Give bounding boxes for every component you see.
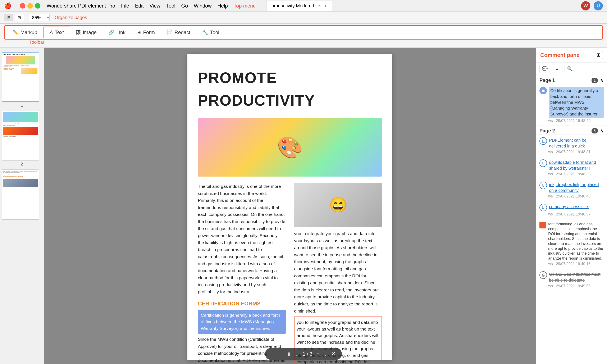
menu-top[interactable]: Top menu (234, 3, 256, 9)
hero-image: 🎨 (198, 118, 382, 177)
minimize-button[interactable] (27, 3, 33, 9)
comment-section-page2: Page 2 8 ∧ (536, 126, 607, 135)
prev-page-btn[interactable]: ↓ (296, 351, 298, 357)
right-column: 😄 you to integrate your graphs and data … (294, 183, 382, 364)
title-bar: 🍎 Wondershare PDFelement Pro File Edit V… (0, 0, 607, 12)
left-column: The oil and gas industry is one of the m… (198, 183, 286, 364)
pdf-area[interactable]: PROMOTE PRODUCTIVITY 🎨 The oil and gas i… (44, 48, 536, 364)
comment-item-p2-4: U company access site. ws 29/07/2021 19:… (536, 201, 607, 219)
page-separator: / (307, 351, 310, 357)
comment-avatar-p2-3: U (540, 182, 547, 189)
menu-go[interactable]: Go (181, 3, 188, 9)
link-btn[interactable]: 🔗 Link (103, 27, 131, 38)
page2-expand[interactable]: ∧ (600, 128, 604, 134)
current-page: 1 (303, 351, 305, 357)
intro-text: The oil and gas industry is one of the m… (198, 183, 286, 295)
page1-expand[interactable]: ∧ (600, 78, 604, 83)
form-btn[interactable]: ⊞ Form (131, 27, 161, 38)
comment-item-p2-2: U downloadable format and shared by wetr… (536, 157, 607, 179)
comment-meta-p2-4: ws 29/07/2021 19:48:57 (540, 212, 604, 217)
page-indicator: 1 / 3 (303, 351, 312, 357)
organize-pages-label: Organize pages (55, 15, 87, 20)
comment-tool-list[interactable]: ≡ (552, 65, 562, 73)
zoom-out-btn[interactable]: − (279, 351, 282, 357)
grid-view-btn[interactable]: ⊞ (4, 14, 13, 21)
page2-label: Page 2 (540, 128, 555, 134)
thumbnail-page-2[interactable]: Lorem ipsum body text continues here wit… (2, 111, 42, 167)
left-sidebar: PROMOTE PRODUCTIVITY The oil and gas ind… (0, 48, 44, 364)
comment-tool-bubble[interactable]: 💬 (540, 65, 550, 73)
comment-avatar-p2-6: S (540, 271, 547, 279)
comment-avatar-p2-2: U (540, 159, 547, 167)
zoom-select[interactable]: 85% 100% 125% (29, 14, 50, 21)
menu-view[interactable]: View (150, 3, 160, 9)
thumb-img-1: PROMOTE PRODUCTIVITY The oil and gas ind… (2, 52, 39, 102)
menu-app[interactable]: Wondershare PDFelement Pro (47, 3, 115, 9)
menu-file[interactable]: File (121, 3, 129, 9)
text-icon: A (49, 29, 53, 35)
organize-label-sidebar (0, 48, 44, 50)
cert-title: CERTIFICATION FORMS (198, 299, 286, 308)
tab-add-btn[interactable]: + (324, 3, 327, 9)
comment-pane-header: Comment pane ⊞ (536, 48, 607, 63)
image-icon: 🖼 (76, 29, 81, 35)
text-btn[interactable]: A Text (43, 26, 70, 38)
comment-meta-p2-5: ws 29/07/2021 19:49:16 (540, 262, 604, 266)
page1-count: 1 (592, 78, 598, 83)
apple-icon: 🍎 (4, 2, 12, 9)
split-view-btn[interactable]: ⊟ (15, 14, 24, 21)
redact-btn[interactable]: 📄 Redact (161, 27, 196, 38)
next-page-btn[interactable]: ↑ (317, 351, 320, 357)
thumbnail-page-3[interactable]: Allows the company to access information… (2, 169, 42, 220)
doc-tab-title: productivity Modern Life (271, 3, 321, 9)
pdf-toolbar: ✏️ Markup A Text 🖼 Image 🔗 Link ⊞ Form 📄 (4, 25, 603, 39)
comment-item-p2-6: S Oil and Gas industries must be able to… (536, 269, 607, 291)
traffic-lights (20, 3, 40, 9)
first-page-btn[interactable]: ⇧ (286, 351, 291, 357)
menu-bar: Wondershare PDFelement Pro File Edit Vie… (47, 3, 256, 9)
thumb-img-2: Lorem ipsum body text continues here wit… (2, 111, 39, 161)
close-button[interactable] (20, 3, 25, 9)
page1-label: Page 1 (540, 78, 555, 83)
comment-pane-close-btn[interactable]: ⊞ (594, 51, 603, 59)
comment-toolbar: 💬 ≡ 🔍 (536, 63, 607, 75)
comment-text-p2-1: PDFElement can be delivered in a quick (549, 137, 604, 149)
comment-pane-title: Comment pane (540, 52, 580, 58)
user-avatar-red[interactable]: W (581, 1, 590, 11)
redact-icon: 📄 (167, 29, 173, 35)
cert-highlight: Certification is generally a back and fo… (198, 310, 286, 334)
last-page-btn[interactable]: ↓ (324, 351, 327, 357)
image-btn[interactable]: 🖼 Image (70, 27, 103, 38)
form-label: Form (143, 29, 155, 35)
comment-header-p1-1: ◼ Certification is generally a back and … (540, 87, 604, 118)
main-content: The oil and gas industry is one of the m… (198, 183, 382, 364)
top-area: ⊞ ⊟ 85% 100% 125% Organize pages ✏️ Mark… (0, 12, 607, 48)
maximize-button[interactable] (35, 3, 40, 9)
markup-btn[interactable]: ✏️ Markup (7, 27, 43, 38)
menu-window[interactable]: Window (194, 3, 211, 9)
form-icon: ⊞ (137, 29, 142, 35)
zoom-in-btn[interactable]: + (271, 351, 275, 357)
comment-text-p2-5: font formatting, oil and gas companies c… (548, 222, 604, 261)
close-bar-btn[interactable]: ✕ (331, 351, 336, 357)
pdf-bottom-bar: + − ⇧ ↓ 1 / 3 ↑ ↓ ✕ (265, 348, 342, 360)
person-image: 😄 (294, 183, 382, 227)
markup-icon: ✏️ (13, 29, 19, 35)
comment-text-p1-1: Certification is generally a back and fo… (549, 87, 604, 118)
menu-help[interactable]: Help (218, 3, 228, 9)
right-col-top: you to integrate your graphs and data in… (294, 230, 382, 314)
comment-tool-search[interactable]: 🔍 (565, 65, 575, 73)
menu-tool[interactable]: Tool (166, 3, 175, 9)
comment-header-p2-5: font formatting, oil and gas companies c… (540, 222, 604, 261)
comment-header-p2-2: U downloadable format and shared by wetr… (540, 159, 604, 171)
comment-avatar-p2-1: U (540, 137, 547, 145)
tool-label: Tool (210, 29, 219, 35)
menu-edit[interactable]: Edit (135, 3, 143, 9)
doc-tab[interactable]: productivity Modern Life + (266, 1, 333, 11)
redact-label: Redact (174, 29, 190, 35)
view-controls: ⊞ ⊟ (4, 14, 24, 21)
user-avatar-blue[interactable]: U (594, 1, 603, 11)
comment-text-p2-4: company access site. (549, 204, 604, 210)
tool-btn[interactable]: 🔧 Tool (196, 27, 225, 38)
thumbnail-page-1[interactable]: PROMOTE PRODUCTIVITY The oil and gas ind… (2, 52, 42, 108)
